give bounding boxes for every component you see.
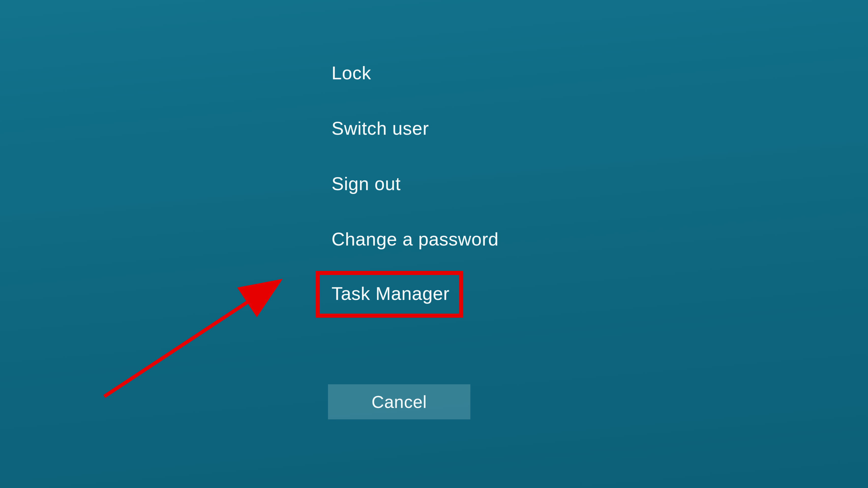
annotation-arrow-icon <box>97 254 300 407</box>
security-options-menu: Lock Switch user Sign out Change a passw… <box>326 59 505 308</box>
menu-item-sign-out[interactable]: Sign out <box>326 169 505 198</box>
svg-line-1 <box>104 281 280 396</box>
menu-item-change-password[interactable]: Change a password <box>326 225 505 254</box>
cancel-button[interactable]: Cancel <box>328 384 470 419</box>
menu-item-switch-user[interactable]: Switch user <box>326 114 505 143</box>
menu-item-task-manager[interactable]: Task Manager <box>326 279 505 308</box>
menu-item-lock[interactable]: Lock <box>326 59 505 88</box>
